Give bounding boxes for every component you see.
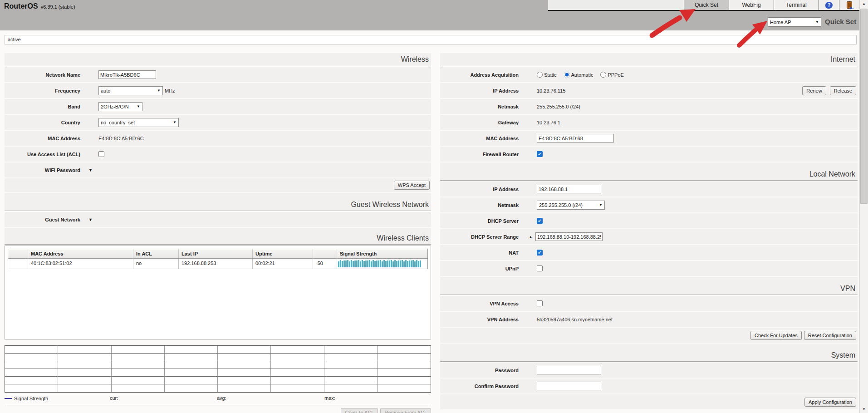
wan-netmask-label: Netmask (440, 104, 519, 109)
confirm-password-input[interactable] (537, 382, 601, 390)
vpn-access-label: VPN Access (440, 301, 519, 306)
dhcp-range-collapse-icon[interactable]: ▲ (529, 235, 533, 239)
col-mac: MAC Address (28, 249, 133, 259)
version-label: v6.39.1 (stable) (41, 4, 75, 10)
top-nav: Quick Set WebFig Terminal ? (548, 0, 859, 11)
band-select[interactable]: 2GHz-B/G/N ▼ (98, 102, 142, 111)
tab-terminal[interactable]: Terminal (774, 0, 819, 10)
quickset-page: { "topbar": { "brand": "RouterOS", "vers… (0, 0, 868, 413)
lan-netmask-select[interactable]: 255.255.255.0 (/24) ▼ (537, 201, 605, 210)
dhcp-range-label: DHCP Server Range (440, 234, 519, 240)
tab-quick-set[interactable]: Quick Set (684, 0, 729, 10)
door-icon (847, 1, 852, 9)
radio-static[interactable]: Static (537, 72, 557, 78)
wifi-password-collapse-icon[interactable]: ▼ (88, 168, 93, 172)
logout-button[interactable] (839, 0, 859, 10)
radio-automatic-circle[interactable] (564, 72, 570, 78)
scrollbar-thumb[interactable] (860, 9, 868, 204)
vpn-access-checkbox[interactable] (537, 300, 543, 306)
country-value: no_country_set (101, 120, 135, 125)
radio-pppoe-circle[interactable] (600, 72, 606, 78)
apply-configuration-button[interactable]: Apply Configuration (804, 398, 856, 407)
chevron-down-icon: ▼ (167, 120, 177, 124)
radio-static-circle[interactable] (537, 72, 543, 78)
chevron-down-icon: ▼ (815, 20, 819, 24)
frequency-select[interactable]: auto ▼ (98, 86, 163, 95)
dhcp-server-checkbox[interactable] (537, 218, 543, 224)
divider (5, 405, 431, 405)
vertical-scrollbar[interactable]: ▲ ▼ (859, 0, 868, 413)
col-last-ip: Last IP (179, 249, 253, 259)
quickset-mode-select[interactable]: Home AP ▼ (768, 17, 821, 27)
reset-configuration-button[interactable]: Reset Configuration (804, 331, 856, 340)
wifi-password-label: WiFi Password (5, 167, 80, 173)
help-button[interactable]: ? (819, 0, 839, 10)
scroll-down-icon[interactable]: ▼ (860, 405, 868, 413)
col-in-acl: In ACL (133, 249, 179, 259)
guest-network-label: Guest Network (5, 217, 80, 222)
network-name-label: Network Name (5, 72, 80, 78)
network-name-input[interactable] (98, 70, 156, 79)
upnp-label: UPnP (440, 266, 519, 271)
col-blank (8, 249, 28, 259)
section-header-wireless-clients: Wireless Clients (5, 228, 431, 245)
client-table-row[interactable]: 40:1C:83:02:51:02 no 192.168.88.253 00:0… (8, 259, 427, 269)
nat-label: NAT (440, 250, 519, 256)
field-row-dhcp-range: DHCP Server Range ▲ (440, 229, 858, 244)
tab-webfig[interactable]: WebFig (729, 0, 774, 10)
remove-from-acl-button[interactable]: Remove From ACL (380, 408, 431, 413)
password-input[interactable] (537, 366, 601, 374)
legend-max-label: max: (324, 395, 335, 401)
radio-pppoe[interactable]: PPPoE (600, 72, 623, 78)
field-row-network-name: Network Name (5, 67, 431, 82)
guest-network-collapse-icon[interactable]: ▼ (88, 217, 93, 222)
legend-series-label: Signal Strength (14, 396, 48, 401)
copy-to-acl-button[interactable]: Copy To ACL (341, 408, 378, 413)
mode-select-value: Home AP (770, 20, 791, 25)
radio-automatic[interactable]: Automatic (564, 72, 593, 78)
nat-checkbox[interactable] (537, 250, 543, 256)
field-row-wan-netmask: Netmask 255.255.255.0 (/24) (440, 99, 858, 114)
band-value: 2GHz-B/G/N (101, 104, 129, 109)
address-acquisition-label: Address Acquisition (440, 72, 519, 78)
chevron-down-icon: ▼ (131, 104, 140, 108)
wan-mac-input[interactable] (537, 134, 614, 143)
use-acl-checkbox[interactable] (98, 151, 104, 157)
release-button[interactable]: Release (830, 86, 856, 95)
renew-button[interactable]: Renew (802, 86, 826, 95)
field-row-band: Band 2GHz-B/G/N ▼ (5, 99, 431, 114)
wps-accept-button[interactable]: WPS Accept (394, 181, 430, 190)
wireless-clients-table: MAC Address In ACL Last IP Uptime Signal… (5, 246, 431, 339)
status-bar: active (5, 35, 857, 44)
wireless-column: Wireless Network Name Frequency auto ▼ M… (5, 53, 431, 413)
check-for-updates-button[interactable]: Check For Updates (750, 331, 802, 340)
col-uptime: Uptime (253, 249, 313, 259)
internet-column: Internet Address Acquisition Static Auto… (440, 53, 858, 410)
field-row-vpn-address: VPN Address 5b320597a406.sn.mynetname.ne… (440, 312, 858, 327)
wan-netmask-value: 255.255.255.0 (/24) (537, 104, 580, 109)
firewall-router-checkbox[interactable] (537, 151, 543, 157)
section-header-guest-wireless: Guest Wireless Network (5, 193, 431, 211)
wan-ip-label: IP Address (440, 88, 519, 93)
country-label: Country (5, 120, 80, 125)
gateway-value: 10.23.76.1 (537, 120, 560, 125)
field-row-guest-network: Guest Network ▼ (5, 212, 431, 227)
wireless-mac-label: MAC Address (5, 136, 80, 141)
upnp-checkbox[interactable] (537, 266, 543, 271)
field-row-firewall-router: Firewall Router (440, 147, 858, 162)
section-header-system: System (440, 344, 858, 362)
country-select[interactable]: no_country_set ▼ (98, 118, 179, 127)
section-header-vpn: VPN (440, 277, 858, 295)
scroll-up-icon[interactable]: ▲ (860, 0, 868, 8)
field-row-wifi-password: WiFi Password ▼ (5, 162, 431, 177)
section-header-internet: Internet (440, 53, 858, 66)
cell-last-ip: 192.168.88.253 (179, 259, 253, 269)
field-row-nat: NAT (440, 245, 858, 260)
chart-legend: Signal Strength cur: avg: max: (5, 394, 431, 403)
field-row-dhcp-server: DHCP Server (440, 213, 858, 228)
band-label: Band (5, 104, 80, 109)
section-header-local-network: Local Network (440, 162, 858, 181)
radio-pppoe-label: PPPoE (608, 72, 623, 78)
dhcp-range-input[interactable] (535, 232, 603, 241)
lan-ip-input[interactable] (537, 185, 601, 193)
